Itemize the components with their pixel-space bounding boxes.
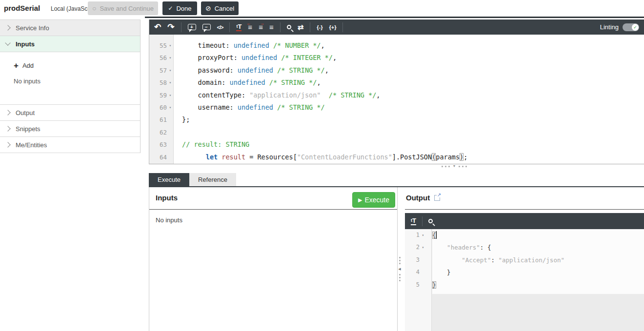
code-text: domain: undefined /* STRING */, — [174, 77, 321, 89]
code-text — [174, 35, 182, 39]
inputs-panel-title: Inputs — [156, 194, 178, 202]
text-cursor — [436, 231, 437, 239]
output-viewer: tT 1▾{2▾ "headers": {3 "Accept": "applic… — [405, 213, 644, 331]
code-line: 62 — [149, 126, 644, 138]
add-comment-icon[interactable]: + — [188, 24, 196, 30]
toolbar-separator — [422, 216, 423, 226]
code-line: 60▾ username: undefined /* STRING */ — [149, 101, 644, 114]
tab-execute[interactable]: Execute — [149, 173, 189, 186]
code-line: 57▾ password: undefined /* STRING */, — [149, 64, 644, 77]
code-text: // result: STRING — [174, 138, 249, 151]
cancel-button[interactable]: ⊘ Cancel — [201, 1, 239, 15]
service-name: prodSerial — [4, 4, 40, 12]
editor-code-area[interactable]: 55▾ timeout: undefined /* NUMBER */,56▾ … — [149, 35, 644, 164]
fold-gutter-space — [420, 279, 426, 291]
fold-arrow-icon[interactable]: ▾ — [167, 39, 174, 52]
sidebar-item-service-info[interactable]: Service Info — [0, 20, 140, 36]
output-panel-title: Output — [406, 194, 430, 202]
save-and-continue-button[interactable]: ○ Save and Continue — [88, 1, 158, 15]
chevron-down-icon — [5, 40, 10, 45]
line-number: 57 — [149, 64, 167, 77]
sidebar-item-snippets[interactable]: Snippets — [0, 121, 140, 137]
code-text: } — [426, 266, 451, 278]
fold-gutter-space — [420, 254, 426, 266]
tab-reference[interactable]: Reference — [189, 173, 236, 186]
unfold-all-icon[interactable]: {+} — [329, 24, 336, 30]
code-text: "Accept": "application/json" — [426, 254, 564, 266]
collapse-left-icon: ◀ — [398, 267, 401, 271]
line-number: 59 — [149, 89, 167, 101]
font-size-icon[interactable]: tT — [236, 23, 242, 31]
code-line: 58▾ domain: undefined /* STRING */, — [149, 77, 644, 89]
toolbar-separator — [280, 22, 281, 32]
chevron-right-icon — [5, 25, 10, 30]
open-in-new-window-icon[interactable] — [434, 195, 440, 201]
fold-arrow-icon[interactable]: ▾ — [167, 52, 174, 64]
plus-icon: + — [14, 61, 19, 70]
fold-arrow-icon[interactable]: ▾ — [420, 241, 426, 253]
line-number: 55 — [149, 39, 167, 52]
line-number: 58 — [149, 77, 167, 89]
line-number: 64 — [149, 151, 167, 163]
toolbar-separator — [310, 22, 310, 32]
fold-arrow-icon[interactable]: ▾ — [420, 229, 426, 241]
redo-icon[interactable]: ↷ — [167, 22, 174, 32]
code-text: "headers": { — [426, 241, 491, 253]
output-code-area[interactable]: 1▾{2▾ "headers": {3 "Accept": "applicati… — [405, 229, 644, 331]
code-line: 56▾ proxyPort: undefined /* INTEGER */, — [149, 52, 644, 64]
code-snippet-icon[interactable]: </> — [217, 24, 223, 30]
play-icon: ▶ — [358, 197, 362, 203]
toolbar-separator — [229, 22, 230, 32]
code-line: 55▾ timeout: undefined /* NUMBER */, — [149, 39, 644, 52]
chevron-right-icon — [5, 126, 10, 131]
line-number: 63 — [149, 138, 167, 151]
panel-resize-handle[interactable]: ◀ — [397, 257, 402, 281]
line-number: 3 — [405, 254, 420, 266]
collapse-down-icon: ▾ — [453, 164, 455, 168]
line-number: 5 — [405, 279, 420, 291]
linting-toggle[interactable]: ✓ — [623, 23, 639, 31]
sidebar-item-inputs[interactable]: Inputs — [0, 36, 140, 52]
editor-resize-handle[interactable]: ▾ — [442, 164, 467, 168]
execute-button[interactable]: ▶ Execute — [352, 192, 395, 208]
sidebar-item-output[interactable]: Output — [0, 105, 140, 121]
code-line: 59▾ contentType: "application/json" /* S… — [149, 89, 644, 101]
fold-arrow-icon[interactable]: ▾ — [167, 64, 174, 77]
font-size-icon[interactable]: tT — [411, 217, 416, 225]
add-input-button[interactable]: + Add — [0, 59, 140, 72]
format-lines-icon[interactable]: ≡ — [269, 23, 274, 31]
done-button[interactable]: ✓ Done — [162, 1, 197, 15]
undo-icon[interactable]: ↶ — [154, 22, 161, 32]
line-number: 4 — [405, 266, 420, 278]
execute-output-panel: Output tT 1▾{2▾ "headers": {3 "Accept": … — [405, 187, 644, 331]
code-text: proxyPort: undefined /* INTEGER */, — [174, 52, 337, 64]
chevron-right-icon — [5, 110, 10, 115]
indent-increase-icon[interactable]: →≡ — [259, 23, 263, 31]
indent-decrease-icon[interactable]: ←≡ — [248, 23, 252, 31]
top-divider — [145, 17, 644, 18]
toggle-check-icon: ✓ — [632, 24, 639, 31]
fold-gutter-space — [167, 114, 174, 126]
code-line — [149, 35, 644, 39]
editor-toolbar: ↶ ↷ + − </> tT ←≡ →≡ ≡ ⇄ {-} {+} Linting… — [149, 19, 644, 35]
search-icon[interactable] — [287, 25, 291, 29]
line-number — [149, 35, 167, 39]
fold-arrow-icon[interactable]: ▾ — [167, 89, 174, 101]
fold-gutter-space — [167, 151, 174, 163]
search-icon[interactable] — [428, 219, 433, 223]
replace-icon[interactable]: ⇄ — [298, 23, 304, 32]
inputs-section-content: + Add No inputs — [0, 52, 140, 105]
code-text — [174, 126, 182, 138]
code-editor: ↶ ↷ + − </> tT ←≡ →≡ ≡ ⇄ {-} {+} Linting… — [149, 19, 644, 164]
sidebar-item-me-entities[interactable]: Me/Entities — [0, 137, 140, 153]
panel-divider — [405, 209, 644, 210]
chevron-right-icon — [5, 142, 10, 147]
fold-all-icon[interactable]: {-} — [317, 24, 322, 30]
code-text: } — [426, 279, 436, 291]
fold-arrow-icon[interactable]: ▾ — [167, 101, 174, 114]
remove-comment-icon[interactable]: − — [202, 24, 211, 30]
code-line: 3 "Accept": "application/json" — [405, 254, 644, 266]
no-inputs-text: No inputs — [0, 78, 140, 85]
fold-arrow-icon[interactable]: ▾ — [167, 77, 174, 89]
fold-gutter-space — [167, 126, 174, 138]
